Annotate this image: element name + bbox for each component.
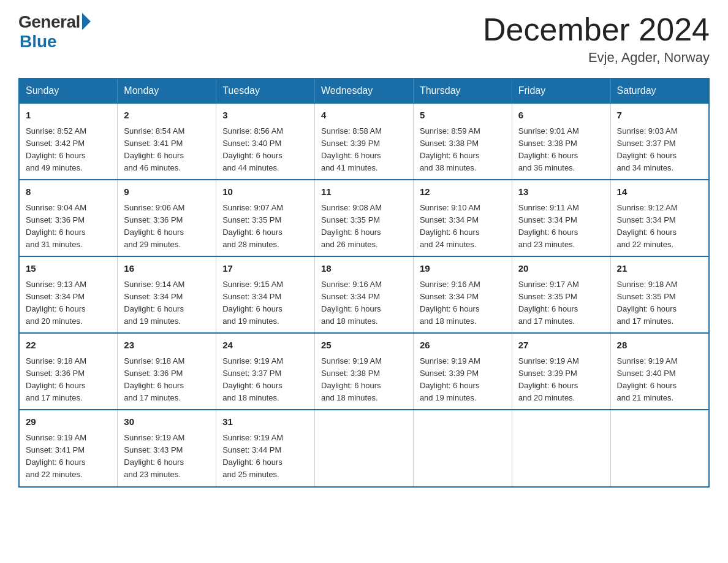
- calendar-cell: [413, 410, 512, 486]
- day-header-thursday: Thursday: [413, 79, 512, 103]
- day-number: 21: [617, 262, 702, 276]
- day-info: Sunrise: 9:19 AMSunset: 3:39 PMDaylight:…: [420, 355, 506, 405]
- calendar-cell: 18Sunrise: 9:16 AMSunset: 3:34 PMDayligh…: [315, 256, 414, 333]
- day-info: Sunrise: 9:19 AMSunset: 3:40 PMDaylight:…: [617, 355, 702, 405]
- day-info: Sunrise: 9:16 AMSunset: 3:34 PMDaylight:…: [321, 278, 407, 328]
- day-info: Sunrise: 8:54 AMSunset: 3:41 PMDaylight:…: [124, 125, 210, 175]
- month-title: December 2024: [483, 12, 710, 47]
- calendar-cell: 14Sunrise: 9:12 AMSunset: 3:34 PMDayligh…: [610, 180, 709, 256]
- day-number: 20: [518, 262, 604, 276]
- title-section: December 2024 Evje, Agder, Norway: [483, 12, 710, 66]
- calendar-cell: [610, 410, 709, 486]
- calendar-cell: 28Sunrise: 9:19 AMSunset: 3:40 PMDayligh…: [610, 333, 709, 410]
- day-number: 15: [26, 262, 111, 276]
- calendar-cell: 17Sunrise: 9:15 AMSunset: 3:34 PMDayligh…: [216, 256, 315, 333]
- calendar-cell: [512, 410, 610, 486]
- calendar-week-2: 8Sunrise: 9:04 AMSunset: 3:36 PMDaylight…: [19, 180, 709, 256]
- day-number: 28: [617, 339, 702, 353]
- calendar-cell: 1Sunrise: 8:52 AMSunset: 3:42 PMDaylight…: [19, 103, 118, 180]
- calendar-week-4: 22Sunrise: 9:18 AMSunset: 3:36 PMDayligh…: [19, 333, 709, 410]
- day-number: 19: [420, 262, 506, 276]
- calendar-cell: [315, 410, 414, 486]
- calendar-cell: 9Sunrise: 9:06 AMSunset: 3:36 PMDaylight…: [118, 180, 216, 256]
- day-number: 10: [222, 185, 308, 199]
- day-info: Sunrise: 9:10 AMSunset: 3:34 PMDaylight:…: [420, 202, 506, 251]
- calendar-cell: 12Sunrise: 9:10 AMSunset: 3:34 PMDayligh…: [413, 180, 512, 256]
- day-number: 12: [420, 185, 506, 199]
- calendar-cell: 5Sunrise: 8:59 AMSunset: 3:38 PMDaylight…: [413, 103, 512, 180]
- day-number: 1: [26, 109, 111, 123]
- calendar-week-5: 29Sunrise: 9:19 AMSunset: 3:41 PMDayligh…: [19, 410, 709, 486]
- day-number: 6: [518, 109, 604, 123]
- day-header-sunday: Sunday: [19, 79, 118, 103]
- day-number: 16: [124, 262, 210, 276]
- day-info: Sunrise: 9:18 AMSunset: 3:36 PMDaylight:…: [26, 355, 111, 405]
- day-info: Sunrise: 8:56 AMSunset: 3:40 PMDaylight:…: [222, 125, 308, 175]
- day-info: Sunrise: 9:11 AMSunset: 3:34 PMDaylight:…: [518, 202, 604, 251]
- calendar-cell: 15Sunrise: 9:13 AMSunset: 3:34 PMDayligh…: [19, 256, 118, 333]
- day-header-wednesday: Wednesday: [315, 79, 414, 103]
- day-info: Sunrise: 9:18 AMSunset: 3:35 PMDaylight:…: [617, 278, 702, 328]
- calendar-cell: 19Sunrise: 9:16 AMSunset: 3:34 PMDayligh…: [413, 256, 512, 333]
- day-header-monday: Monday: [118, 79, 216, 103]
- calendar-cell: 23Sunrise: 9:18 AMSunset: 3:36 PMDayligh…: [118, 333, 216, 410]
- day-info: Sunrise: 9:01 AMSunset: 3:38 PMDaylight:…: [518, 125, 604, 175]
- logo: General Blue: [18, 12, 91, 52]
- day-number: 30: [124, 415, 210, 429]
- calendar-cell: 26Sunrise: 9:19 AMSunset: 3:39 PMDayligh…: [413, 333, 512, 410]
- day-info: Sunrise: 9:15 AMSunset: 3:34 PMDaylight:…: [222, 278, 308, 328]
- day-info: Sunrise: 9:18 AMSunset: 3:36 PMDaylight:…: [124, 355, 210, 405]
- day-number: 23: [124, 339, 210, 353]
- logo-general-text: General: [18, 12, 80, 32]
- day-info: Sunrise: 9:04 AMSunset: 3:36 PMDaylight:…: [26, 202, 111, 251]
- day-number: 8: [26, 185, 111, 199]
- day-info: Sunrise: 8:58 AMSunset: 3:39 PMDaylight:…: [321, 125, 407, 175]
- calendar-cell: 8Sunrise: 9:04 AMSunset: 3:36 PMDaylight…: [19, 180, 118, 256]
- calendar-cell: 6Sunrise: 9:01 AMSunset: 3:38 PMDaylight…: [512, 103, 610, 180]
- day-number: 27: [518, 339, 604, 353]
- calendar-table: SundayMondayTuesdayWednesdayThursdayFrid…: [18, 78, 710, 487]
- day-info: Sunrise: 9:19 AMSunset: 3:43 PMDaylight:…: [124, 432, 210, 481]
- day-number: 3: [222, 109, 308, 123]
- day-number: 9: [124, 185, 210, 199]
- day-header-friday: Friday: [512, 79, 610, 103]
- calendar-cell: 3Sunrise: 8:56 AMSunset: 3:40 PMDaylight…: [216, 103, 315, 180]
- day-number: 5: [420, 109, 506, 123]
- day-info: Sunrise: 9:14 AMSunset: 3:34 PMDaylight:…: [124, 278, 210, 328]
- day-number: 26: [420, 339, 506, 353]
- day-info: Sunrise: 9:12 AMSunset: 3:34 PMDaylight:…: [617, 202, 702, 251]
- day-info: Sunrise: 9:19 AMSunset: 3:39 PMDaylight:…: [518, 355, 604, 405]
- day-info: Sunrise: 9:17 AMSunset: 3:35 PMDaylight:…: [518, 278, 604, 328]
- calendar-week-1: 1Sunrise: 8:52 AMSunset: 3:42 PMDaylight…: [19, 103, 709, 180]
- day-number: 31: [222, 415, 308, 429]
- day-number: 29: [26, 415, 111, 429]
- day-info: Sunrise: 8:59 AMSunset: 3:38 PMDaylight:…: [420, 125, 506, 175]
- calendar-cell: 24Sunrise: 9:19 AMSunset: 3:37 PMDayligh…: [216, 333, 315, 410]
- day-info: Sunrise: 9:16 AMSunset: 3:34 PMDaylight:…: [420, 278, 506, 328]
- calendar-cell: 10Sunrise: 9:07 AMSunset: 3:35 PMDayligh…: [216, 180, 315, 256]
- calendar-cell: 31Sunrise: 9:19 AMSunset: 3:44 PMDayligh…: [216, 410, 315, 486]
- page-header: General Blue December 2024 Evje, Agder, …: [18, 12, 710, 66]
- calendar-cell: 11Sunrise: 9:08 AMSunset: 3:35 PMDayligh…: [315, 180, 414, 256]
- calendar-cell: 25Sunrise: 9:19 AMSunset: 3:38 PMDayligh…: [315, 333, 414, 410]
- calendar-cell: 27Sunrise: 9:19 AMSunset: 3:39 PMDayligh…: [512, 333, 610, 410]
- day-number: 24: [222, 339, 308, 353]
- day-number: 11: [321, 185, 407, 199]
- calendar-cell: 30Sunrise: 9:19 AMSunset: 3:43 PMDayligh…: [118, 410, 216, 486]
- day-number: 25: [321, 339, 407, 353]
- day-number: 22: [26, 339, 111, 353]
- day-info: Sunrise: 9:19 AMSunset: 3:41 PMDaylight:…: [26, 432, 111, 481]
- day-header-saturday: Saturday: [610, 79, 709, 103]
- day-number: 2: [124, 109, 210, 123]
- day-number: 17: [222, 262, 308, 276]
- day-info: Sunrise: 9:19 AMSunset: 3:44 PMDaylight:…: [222, 432, 308, 481]
- calendar-cell: 21Sunrise: 9:18 AMSunset: 3:35 PMDayligh…: [610, 256, 709, 333]
- calendar-cell: 7Sunrise: 9:03 AMSunset: 3:37 PMDaylight…: [610, 103, 709, 180]
- day-info: Sunrise: 9:03 AMSunset: 3:37 PMDaylight:…: [617, 125, 702, 175]
- calendar-cell: 20Sunrise: 9:17 AMSunset: 3:35 PMDayligh…: [512, 256, 610, 333]
- calendar-week-3: 15Sunrise: 9:13 AMSunset: 3:34 PMDayligh…: [19, 256, 709, 333]
- day-number: 4: [321, 109, 407, 123]
- day-info: Sunrise: 9:13 AMSunset: 3:34 PMDaylight:…: [26, 278, 111, 328]
- location: Evje, Agder, Norway: [483, 50, 710, 66]
- day-number: 14: [617, 185, 702, 199]
